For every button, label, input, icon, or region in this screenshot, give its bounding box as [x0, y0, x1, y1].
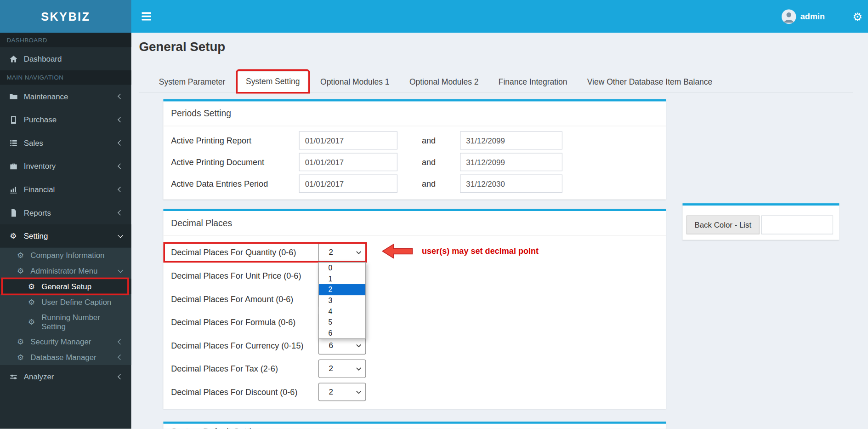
chevron-down-icon	[118, 233, 123, 238]
dropdown-option[interactable]: 4	[319, 306, 365, 317]
decimal-row: Decimal Places For Unit Price (0-6)	[171, 263, 666, 287]
sidebar-item-label: Inventory	[24, 162, 56, 171]
panel-title: System Default Setting	[163, 424, 666, 429]
list-icon	[8, 139, 18, 147]
field-label: Active Data Entries Period	[171, 179, 299, 188]
user-menu[interactable]: admin	[782, 0, 825, 33]
sidebar-item-company-information[interactable]: ⚙ Company Information	[0, 248, 131, 263]
gears-icon: ⚙	[8, 232, 18, 240]
hamburger-icon	[142, 12, 151, 14]
tab-bar: System Parameter System Setting Optional…	[139, 71, 853, 92]
setting-submenu: ⚙ Company Information ⚙ Administrator Me…	[0, 248, 131, 365]
sidebar-item-user-define-caption[interactable]: ⚙ User Define Caption	[0, 294, 131, 310]
discount-select[interactable]: 2	[318, 383, 366, 401]
active-data-entries-to-input[interactable]	[460, 174, 562, 193]
active-printing-document-to-input[interactable]	[460, 153, 562, 172]
active-data-entries-from-input[interactable]	[299, 174, 397, 193]
chevron-left-icon	[118, 140, 123, 146]
sidebar-item-label: Purchase	[24, 115, 57, 124]
sidebar-toggle-button[interactable]	[133, 0, 159, 33]
gears-icon: ⚙	[16, 338, 26, 346]
sidebar-item-label: Sales	[24, 138, 43, 147]
gears-icon: ⚙	[16, 267, 26, 275]
tab-optional-modules-2[interactable]: Optional Modules 2	[402, 72, 486, 92]
decimal-row: Decimal Places For Quantity (0-6) 2	[171, 240, 666, 264]
dropdown-option[interactable]: 5	[319, 317, 365, 328]
dropdown-option[interactable]: 1	[319, 274, 365, 285]
decimal-row: Decimal Places For Discount (0-6) 2	[171, 380, 666, 403]
tax-select[interactable]: 2	[318, 359, 366, 378]
active-printing-report-from-input[interactable]	[299, 132, 397, 150]
bottom-panel: System Default Setting	[163, 422, 666, 429]
annotation-text: user(s) may set decimal point	[422, 246, 539, 255]
active-printing-document-from-input[interactable]	[299, 153, 397, 172]
sidebar-item-label: General Setup	[41, 282, 91, 291]
bar-chart-icon	[8, 185, 18, 194]
sidebar-item-purchase[interactable]: Purchase	[0, 108, 131, 132]
chevron-left-icon	[118, 163, 123, 169]
back-color-list-button[interactable]: Back Color - List	[686, 216, 760, 235]
decimal-row: Decimal Places For Currency (0-15) 6	[171, 333, 666, 357]
home-icon	[8, 55, 18, 63]
chevron-down-icon	[356, 390, 362, 394]
tab-system-parameter[interactable]: System Parameter	[151, 72, 233, 92]
sidebar-item-security-manager[interactable]: ⚙ Security Manager	[0, 334, 131, 349]
dropdown-option[interactable]: 0	[319, 263, 365, 274]
sidebar-item-inventory[interactable]: Inventory	[0, 154, 131, 178]
user-name: admin	[800, 11, 825, 21]
active-printing-report-to-input[interactable]	[460, 132, 562, 150]
periods-setting-panel: Periods Setting Active Printing Report a…	[163, 99, 666, 200]
select-value: 2	[329, 248, 333, 257]
sidebar: DASHBOARD Dashboard MAIN NAVIGATION Main…	[0, 33, 131, 429]
quantity-select-dropdown: 0 1 2 3 4 5 6	[318, 262, 366, 339]
sidebar-item-maintenance[interactable]: Maintenance	[0, 85, 131, 108]
sidebar-item-label: Financial	[24, 185, 55, 194]
sidebar-item-dashboard[interactable]: Dashboard	[0, 47, 131, 70]
quantity-select[interactable]: 2	[318, 243, 366, 261]
conjunction-label: and	[397, 179, 460, 188]
brand-logo[interactable]: SKYBIZ	[0, 0, 131, 33]
sidebar-item-label: Maintenance	[24, 92, 68, 101]
sidebar-item-label: Company Information	[30, 251, 104, 260]
file-icon	[8, 209, 18, 217]
dropdown-option[interactable]: 6	[319, 328, 365, 339]
dropdown-option[interactable]: 3	[319, 295, 365, 306]
panel-title: Decimal Places	[163, 211, 666, 235]
sidebar-item-label: Reports	[24, 208, 51, 217]
sidebar-item-label: Database Manager	[30, 353, 96, 361]
gears-icon: ⚙	[16, 252, 26, 259]
sidebar-item-analyzer[interactable]: Analyzer	[0, 365, 131, 389]
sidebar-section-dashboard: DASHBOARD	[0, 33, 131, 47]
sidebar-section-main: MAIN NAVIGATION	[0, 70, 131, 85]
field-label: Decimal Places For Amount (0-6)	[171, 294, 318, 303]
chevron-down-icon	[356, 367, 362, 370]
chevron-left-icon	[118, 94, 123, 99]
back-color-input[interactable]	[761, 216, 833, 235]
sidebar-item-financial[interactable]: Financial	[0, 178, 131, 201]
decimal-row: Decimal Places For Amount (0-6)	[171, 287, 666, 310]
gears-icon: ⚙	[27, 282, 37, 290]
field-label: Decimal Places For Quantity (0-6)	[171, 247, 318, 257]
sidebar-item-setting[interactable]: ⚙ Setting	[0, 224, 131, 248]
sidebar-item-reports[interactable]: Reports	[0, 201, 131, 224]
field-label: Decimal Places For Tax (2-6)	[171, 364, 318, 373]
settings-gear-icon[interactable]: ⚙	[852, 0, 862, 33]
sidebar-item-database-manager[interactable]: ⚙ Database Manager	[0, 349, 131, 365]
tab-finance-integration[interactable]: Finance Integration	[491, 72, 575, 92]
period-row: Active Data Entries Period and	[171, 173, 666, 194]
sidebar-item-running-number-setting[interactable]: ⚙ Running Number Setting	[0, 309, 131, 334]
user-avatar-icon	[782, 9, 796, 23]
dropdown-option-selected[interactable]: 2	[319, 284, 365, 295]
sidebar-item-label: Administrator Menu	[30, 266, 97, 275]
tab-system-setting[interactable]: System Setting	[238, 71, 308, 92]
tab-optional-modules-1[interactable]: Optional Modules 1	[312, 72, 397, 92]
sidebar-item-label: Security Manager	[30, 337, 91, 346]
sidebar-item-label: Dashboard	[24, 54, 62, 63]
gears-icon: ⚙	[27, 318, 37, 326]
sidebar-item-general-setup[interactable]: ⚙ General Setup	[0, 279, 131, 294]
tab-view-other-database-item-balance[interactable]: View Other Database Item Balance	[579, 72, 720, 92]
chevron-left-icon	[118, 339, 123, 344]
sidebar-item-sales[interactable]: Sales	[0, 132, 131, 155]
sidebar-item-administrator-menu[interactable]: ⚙ Administrator Menu	[0, 263, 131, 279]
sliders-icon	[8, 372, 18, 381]
